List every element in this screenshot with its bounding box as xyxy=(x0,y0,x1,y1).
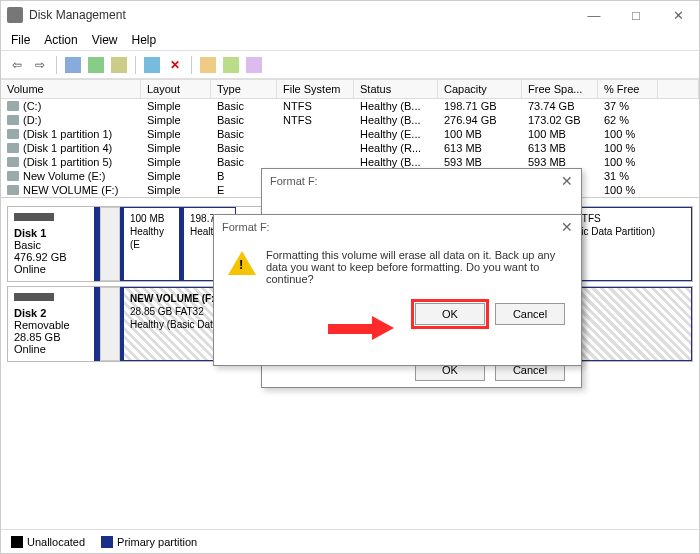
close-button[interactable]: ✕ xyxy=(663,8,693,23)
col-volume[interactable]: Volume xyxy=(1,80,141,98)
partition[interactable]: 100 MBHealthy (E xyxy=(120,207,180,281)
disk-name: Disk 2 xyxy=(14,307,46,319)
col-capacity[interactable]: Capacity xyxy=(438,80,522,98)
delete-icon[interactable]: ✕ xyxy=(165,55,185,75)
menu-view[interactable]: View xyxy=(92,33,118,47)
dialog-message: Formatting this volume will erase all da… xyxy=(266,249,567,285)
col-type[interactable]: Type xyxy=(211,80,277,98)
close-icon[interactable]: ✕ xyxy=(561,173,573,189)
toolbar-icon[interactable] xyxy=(244,55,264,75)
toolbar-icon[interactable] xyxy=(142,55,162,75)
app-icon xyxy=(7,7,23,23)
format-confirm-dialog: Format F: ✕ Formatting this volume will … xyxy=(213,214,582,366)
table-row[interactable]: (Disk 1 partition 5)SimpleBasicHealthy (… xyxy=(1,155,699,169)
table-row[interactable]: (Disk 1 partition 4)SimpleBasicHealthy (… xyxy=(1,141,699,155)
disk-name: Disk 1 xyxy=(14,227,46,239)
col-fs[interactable]: File System xyxy=(277,80,354,98)
dialog-title: Format F: xyxy=(222,221,270,233)
toolbar: ⇦ ⇨ ✕ xyxy=(1,51,699,79)
toolbar-icon[interactable] xyxy=(63,55,83,75)
maximize-button[interactable]: □ xyxy=(621,8,651,23)
window-title: Disk Management xyxy=(29,8,126,22)
refresh-icon[interactable] xyxy=(86,55,106,75)
disk-bar-icon xyxy=(14,213,54,221)
cancel-button[interactable]: Cancel xyxy=(495,303,565,325)
col-pct[interactable]: % Free xyxy=(598,80,658,98)
toolbar-icon[interactable] xyxy=(109,55,129,75)
col-free[interactable]: Free Spa... xyxy=(522,80,598,98)
table-row[interactable]: (D:)SimpleBasicNTFSHealthy (B...276.94 G… xyxy=(1,113,699,127)
toolbar-icon[interactable] xyxy=(198,55,218,75)
minimize-button[interactable]: — xyxy=(579,8,609,23)
back-icon[interactable]: ⇦ xyxy=(7,55,27,75)
toolbar-icon[interactable] xyxy=(221,55,241,75)
disk-bar-icon xyxy=(14,293,54,301)
forward-icon[interactable]: ⇨ xyxy=(30,55,50,75)
table-row[interactable]: (C:)SimpleBasicNTFSHealthy (B...198.71 G… xyxy=(1,99,699,113)
table-row[interactable]: (Disk 1 partition 1)SimpleBasicHealthy (… xyxy=(1,127,699,141)
close-icon[interactable]: ✕ xyxy=(561,219,573,235)
legend: Unallocated Primary partition xyxy=(1,529,699,553)
menu-file[interactable]: File xyxy=(11,33,30,47)
menu-action[interactable]: Action xyxy=(44,33,77,47)
col-status[interactable]: Status xyxy=(354,80,438,98)
dialog-title: Format F: xyxy=(270,175,318,187)
titlebar[interactable]: Disk Management — □ ✕ xyxy=(1,1,699,29)
menubar: File Action View Help xyxy=(1,29,699,51)
ok-button[interactable]: OK xyxy=(415,303,485,325)
warning-icon xyxy=(228,251,256,275)
menu-help[interactable]: Help xyxy=(132,33,157,47)
col-layout[interactable]: Layout xyxy=(141,80,211,98)
